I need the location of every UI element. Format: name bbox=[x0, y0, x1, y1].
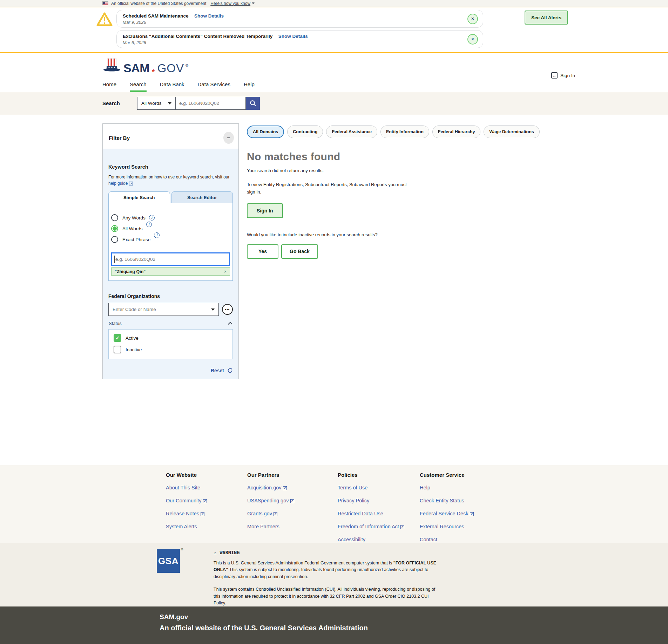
footer-col-our-website: Our Website About This Site Our Communit… bbox=[166, 469, 247, 543]
reset-link[interactable]: Reset bbox=[108, 368, 233, 373]
radio-circle-selected[interactable] bbox=[111, 225, 118, 232]
tab-simple-search[interactable]: Simple Search bbox=[108, 191, 170, 203]
warning-triangle-icon bbox=[96, 12, 113, 27]
nav-item-home[interactable]: Home bbox=[102, 81, 116, 92]
alerts-section: Scheduled SAM Maintenance Show Details M… bbox=[0, 7, 668, 53]
alert-show-details-link[interactable]: Show Details bbox=[278, 34, 308, 39]
alert-title: Scheduled SAM Maintenance bbox=[123, 13, 189, 19]
nav-item-data-bank[interactable]: Data Bank bbox=[160, 81, 184, 92]
domain-tabs: All Domains Contracting Federal Assistan… bbox=[247, 126, 562, 138]
footer-site-subtitle: An official website of the U.S. General … bbox=[160, 624, 668, 632]
search-band: Search All Words bbox=[0, 92, 668, 115]
footer-link[interactable]: Privacy Policy bbox=[338, 498, 369, 503]
footer-link[interactable]: System Alerts bbox=[166, 524, 197, 529]
checkbox-inactive[interactable]: Inactive bbox=[114, 346, 228, 353]
close-icon[interactable]: × bbox=[467, 34, 478, 45]
alert-list: Scheduled SAM Maintenance Show Details M… bbox=[116, 10, 483, 48]
chevron-up-icon[interactable] bbox=[228, 322, 232, 326]
info-icon[interactable]: i bbox=[154, 232, 160, 238]
see-all-alerts-button[interactable]: See All Alerts bbox=[525, 11, 568, 25]
footer-link[interactable]: Freedom of Information Act↗ bbox=[338, 524, 404, 529]
tag-close-icon[interactable]: × bbox=[224, 269, 227, 274]
collapse-minus-icon[interactable]: – bbox=[223, 132, 234, 144]
keyword-search-heading: Keyword Search bbox=[108, 164, 233, 170]
footer-link[interactable]: USASpending.gov↗ bbox=[247, 498, 294, 503]
footer-identifier: SAM.gov An official website of the U.S. … bbox=[0, 606, 668, 644]
tab-search-editor[interactable]: Search Editor bbox=[171, 191, 233, 203]
footer-link[interactable]: Grants.gov↗ bbox=[247, 511, 277, 516]
banner-how-you-know-link[interactable]: Here’s how you know bbox=[210, 1, 255, 6]
logo-star-icon: ★ bbox=[151, 68, 156, 73]
results-section: All Domains Contracting Federal Assistan… bbox=[247, 123, 562, 259]
info-icon[interactable]: i bbox=[149, 215, 155, 221]
site-header: SAM ★ GOV ® ← Sign In Home Search Data B… bbox=[0, 53, 668, 92]
logo-gov-text: GOV bbox=[157, 63, 184, 74]
external-link-icon: ↗ bbox=[283, 486, 287, 490]
alert-title: Exclusions “Additional Comments” Content… bbox=[123, 34, 272, 39]
inactive-records-question: Would you like to include inactive recor… bbox=[247, 232, 562, 237]
warning-paragraph-2: This system contains Controlled Unclassi… bbox=[214, 586, 441, 606]
footer-link[interactable]: Terms of Use bbox=[338, 485, 367, 490]
search-button[interactable] bbox=[246, 97, 260, 110]
nav-item-help[interactable]: Help bbox=[244, 81, 255, 92]
radio-circle[interactable] bbox=[111, 214, 118, 221]
caret-down-icon bbox=[168, 102, 171, 104]
info-icon[interactable]: i bbox=[146, 222, 152, 227]
help-guide-link[interactable]: help guide↗ bbox=[108, 181, 133, 186]
federal-org-select[interactable]: Enter Code or Name bbox=[108, 303, 219, 316]
radio-exact-phrase[interactable]: Exact Phrase i bbox=[111, 236, 230, 243]
checkbox-active[interactable]: ✓ Active bbox=[114, 334, 228, 342]
filter-panel-title: Filter By bbox=[109, 135, 130, 141]
checkbox-empty[interactable] bbox=[114, 346, 121, 353]
keyword-input[interactable] bbox=[111, 252, 230, 266]
footer-link[interactable]: Our Community↗ bbox=[166, 498, 207, 503]
main-nav: Home Search Data Bank Data Services Help bbox=[102, 81, 668, 92]
radio-all-words[interactable]: All Words i bbox=[111, 225, 230, 232]
footer-link[interactable]: Federal Service Desk↗ bbox=[420, 511, 474, 516]
footer: Our Website About This Site Our Communit… bbox=[0, 465, 668, 644]
footer-link[interactable]: Contact bbox=[420, 537, 437, 542]
footer-link[interactable]: Check Entity Status bbox=[420, 498, 464, 503]
gov-banner: An official website of the United States… bbox=[0, 0, 668, 7]
nav-item-search[interactable]: Search bbox=[130, 81, 147, 92]
check-icon[interactable]: ✓ bbox=[114, 334, 121, 342]
yes-button[interactable]: Yes bbox=[247, 244, 278, 259]
footer-link[interactable]: External Resources bbox=[420, 524, 464, 529]
domain-tab-federal-hierarchy[interactable]: Federal Hierarchy bbox=[432, 126, 481, 138]
footer-site-title: SAM.gov bbox=[160, 613, 668, 621]
footer-link[interactable]: Help bbox=[420, 485, 430, 490]
warning-block: ⚠ WARNING This is a U.S. General Service… bbox=[214, 549, 441, 606]
search-mode-select[interactable]: All Words bbox=[137, 97, 176, 110]
uncle-sam-hat-icon bbox=[102, 57, 122, 74]
radio-any-words[interactable]: Any Words i bbox=[111, 214, 230, 221]
footer-heading: Our Partners bbox=[247, 469, 338, 478]
footer-link[interactable]: Release Notes↗ bbox=[166, 511, 204, 516]
domain-tab-all-domains[interactable]: All Domains bbox=[247, 126, 284, 138]
header-sign-in-link[interactable]: ← Sign In bbox=[551, 72, 575, 79]
sam-gov-logo[interactable]: SAM ★ GOV ® bbox=[102, 57, 188, 74]
main-content: Filter By – Keyword Search For more info… bbox=[0, 115, 668, 465]
external-link-icon: ↗ bbox=[400, 525, 404, 529]
search-band-label: Search bbox=[102, 100, 137, 106]
domain-tab-federal-assistance[interactable]: Federal Assistance bbox=[326, 126, 377, 138]
external-link-icon: ↗ bbox=[201, 512, 204, 516]
domain-tab-wage-determinations[interactable]: Wage Determinations bbox=[484, 126, 539, 138]
logo-registered-mark: ® bbox=[185, 63, 188, 67]
footer-link[interactable]: Accessibility bbox=[338, 537, 365, 542]
alert-show-details-link[interactable]: Show Details bbox=[194, 13, 224, 19]
sign-in-button[interactable]: Sign In bbox=[247, 203, 283, 218]
domain-tab-entity-information[interactable]: Entity Information bbox=[380, 126, 429, 138]
search-input[interactable] bbox=[176, 97, 246, 110]
go-back-button[interactable]: Go Back bbox=[281, 244, 318, 259]
domain-tab-contracting[interactable]: Contracting bbox=[287, 126, 323, 138]
ellipsis-icon[interactable]: ••• bbox=[222, 304, 233, 315]
footer-link[interactable]: Acquisition.gov↗ bbox=[247, 485, 287, 490]
radio-circle[interactable] bbox=[111, 236, 118, 243]
search-icon bbox=[249, 100, 257, 107]
close-icon[interactable]: × bbox=[467, 14, 478, 24]
footer-link[interactable]: About This Site bbox=[166, 485, 200, 490]
nav-item-data-services[interactable]: Data Services bbox=[198, 81, 230, 92]
sign-in-note: To view Entity Registrations, Subcontrac… bbox=[247, 181, 415, 196]
footer-link[interactable]: More Partners bbox=[247, 524, 279, 529]
footer-link[interactable]: Restricted Data Use bbox=[338, 511, 383, 516]
